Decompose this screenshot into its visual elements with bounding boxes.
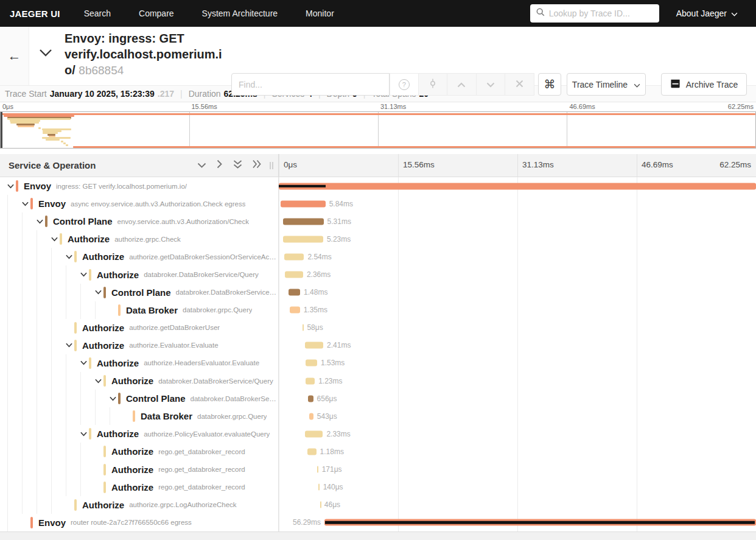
- span-tree-cell[interactable]: Authorize rego.get_databroker_record: [0, 479, 279, 496]
- span-tree-cell[interactable]: Authorize rego.get_databroker_record: [0, 443, 279, 460]
- span-bar[interactable]: [283, 236, 323, 242]
- span-expand-toggle[interactable]: [66, 254, 74, 259]
- ruler-tick: 15.56ms: [403, 160, 435, 169]
- span-timeline-cell[interactable]: 2.36ms: [279, 265, 756, 283]
- span-expand-toggle[interactable]: [80, 360, 89, 365]
- span-bar[interactable]: [307, 448, 317, 455]
- nav-item-system-architecture[interactable]: System Architecture: [188, 9, 292, 18]
- span-bar[interactable]: [318, 484, 320, 491]
- find-prev-button[interactable]: [447, 73, 477, 96]
- span-timeline-cell[interactable]: 58μs: [279, 319, 756, 337]
- find-input[interactable]: [231, 73, 390, 96]
- span-timeline-cell[interactable]: [279, 177, 756, 195]
- span-timeline-cell[interactable]: 5.23ms: [279, 230, 756, 248]
- trace-view-selector[interactable]: Trace Timeline: [567, 73, 646, 96]
- find-clear-button[interactable]: [505, 73, 534, 96]
- span-tree-cell[interactable]: Authorize databroker.DataBrokerService/Q…: [0, 372, 279, 390]
- span-timeline-cell[interactable]: 1.48ms: [279, 284, 756, 301]
- nav-item-monitor[interactable]: Monitor: [292, 9, 348, 18]
- span-tree-cell[interactable]: Data Broker databroker.grpc.Query: [0, 407, 279, 425]
- back-button[interactable]: ←: [0, 27, 29, 85]
- find-next-button[interactable]: [477, 73, 506, 96]
- span-tree-cell[interactable]: Envoy router route-2a7c27f766550c66 egre…: [0, 514, 279, 531]
- column-resize-handle[interactable]: [270, 162, 273, 169]
- span-timeline-cell[interactable]: 2.41ms: [279, 337, 756, 354]
- collapse-all-icon[interactable]: [233, 160, 242, 171]
- find-help-button[interactable]: ?: [390, 73, 419, 96]
- span-expand-toggle[interactable]: [80, 432, 89, 437]
- span-expand-toggle[interactable]: [110, 396, 118, 401]
- span-bar[interactable]: [281, 200, 326, 207]
- span-tree-cell[interactable]: Authorize databroker.DataBrokerService/Q…: [0, 265, 279, 283]
- span-tree-cell[interactable]: Authorize authorize.Evaluator.Evaluate: [0, 337, 279, 354]
- span-timeline-cell[interactable]: 2.33ms: [279, 425, 756, 443]
- find-focus-button[interactable]: [419, 73, 448, 96]
- span-tree-cell[interactable]: Envoy async envoy.service.auth.v3.Author…: [0, 195, 279, 212]
- nav-item-search[interactable]: Search: [70, 9, 125, 18]
- span-tree-cell[interactable]: Data Broker databroker.grpc.Query: [0, 301, 279, 319]
- span-timeline-cell[interactable]: 171μs: [279, 461, 756, 479]
- trace-collapse-toggle[interactable]: [39, 49, 52, 60]
- minimap-left-scrubber[interactable]: [1, 112, 2, 148]
- operation-name: authorize.grpc.LogAuthorizeCheck: [129, 501, 236, 508]
- span-tree-cell[interactable]: Authorize authorize.HeadersEvaluator.Eva…: [0, 354, 279, 372]
- span-bar[interactable]: [308, 395, 313, 402]
- trace-id-input[interactable]: [549, 9, 659, 18]
- span-expand-toggle[interactable]: [66, 343, 74, 348]
- span-tree-cell[interactable]: Authorize authorize.getDataBrokerUser: [0, 319, 279, 337]
- span-tree-cell[interactable]: Authorize authorize.getDataBrokerSession…: [0, 248, 279, 265]
- collapse-one-icon[interactable]: [197, 160, 206, 171]
- span-timeline-cell[interactable]: 1.53ms: [279, 354, 756, 372]
- span-tree-cell[interactable]: Authorize authorize.PolicyEvaluator.eval…: [0, 425, 279, 443]
- span-bar[interactable]: [306, 377, 315, 384]
- span-timeline-cell[interactable]: 5.31ms: [279, 212, 756, 230]
- span-timeline-cell[interactable]: 56.29ms: [279, 514, 756, 531]
- span-expand-toggle[interactable]: [7, 184, 16, 189]
- span-tree-cell[interactable]: Authorize authorize.grpc.Check: [0, 230, 279, 248]
- span-bar[interactable]: [284, 253, 304, 260]
- span-timeline-cell[interactable]: 46μs: [279, 496, 756, 514]
- span-timeline-cell[interactable]: 656μs: [279, 390, 756, 407]
- span-bar[interactable]: [303, 324, 304, 331]
- span-bar[interactable]: [309, 413, 313, 419]
- span-bar[interactable]: [306, 360, 317, 366]
- span-tree-cell[interactable]: Control Plane envoy.service.auth.v3.Auth…: [0, 212, 279, 230]
- span-tree-cell[interactable]: Control Plane databroker.DataBrokerServi…: [0, 390, 279, 407]
- span-bar[interactable]: [283, 218, 324, 225]
- nav-item-compare[interactable]: Compare: [125, 9, 188, 18]
- bottom-scroll-track[interactable]: [0, 531, 756, 540]
- span-timeline-cell[interactable]: 1.23ms: [279, 372, 756, 390]
- keyboard-shortcuts-button[interactable]: ⌘: [538, 73, 561, 96]
- span-timeline-cell[interactable]: 5.84ms: [279, 195, 756, 212]
- jaeger-logo[interactable]: JAEGER UI: [0, 9, 70, 19]
- span-expand-toggle[interactable]: [37, 219, 45, 224]
- span-expand-toggle[interactable]: [95, 379, 103, 384]
- span-expand-toggle[interactable]: [80, 272, 89, 277]
- span-bar[interactable]: [305, 342, 323, 349]
- span-bar[interactable]: [317, 466, 318, 473]
- span-bar[interactable]: [279, 183, 756, 189]
- span-bar[interactable]: [285, 272, 303, 278]
- span-tree-cell[interactable]: Envoy ingress: GET verify.localhost.pome…: [0, 177, 279, 195]
- span-bar[interactable]: [320, 502, 321, 508]
- span-timeline-cell[interactable]: 1.18ms: [279, 443, 756, 460]
- expand-one-icon[interactable]: [217, 160, 223, 171]
- about-jaeger-menu[interactable]: About Jaeger: [676, 9, 738, 18]
- span-timeline-cell[interactable]: 543μs: [279, 407, 756, 425]
- span-bar[interactable]: [289, 289, 300, 296]
- archive-trace-button[interactable]: Archive Trace: [661, 73, 747, 96]
- span-expand-toggle[interactable]: [22, 202, 30, 206]
- span-tree-cell[interactable]: Authorize rego.get_databroker_record: [0, 461, 279, 479]
- span-expand-toggle[interactable]: [51, 237, 60, 242]
- span-tree-cell[interactable]: Authorize authorize.grpc.LogAuthorizeChe…: [0, 496, 279, 514]
- span-timeline-cell[interactable]: 2.54ms: [279, 248, 756, 265]
- span-bar[interactable]: [290, 307, 300, 314]
- expand-all-icon[interactable]: [253, 160, 261, 171]
- span-timeline-cell[interactable]: 1.35ms: [279, 301, 756, 319]
- span-bar[interactable]: [305, 430, 323, 437]
- span-tree-cell[interactable]: Control Plane databroker.DataBrokerServi…: [0, 284, 279, 301]
- span-timeline-cell[interactable]: 140μs: [279, 479, 756, 496]
- span-expand-toggle[interactable]: [95, 290, 103, 295]
- trace-id-lookup[interactable]: [530, 4, 659, 23]
- trace-minimap[interactable]: [0, 111, 756, 149]
